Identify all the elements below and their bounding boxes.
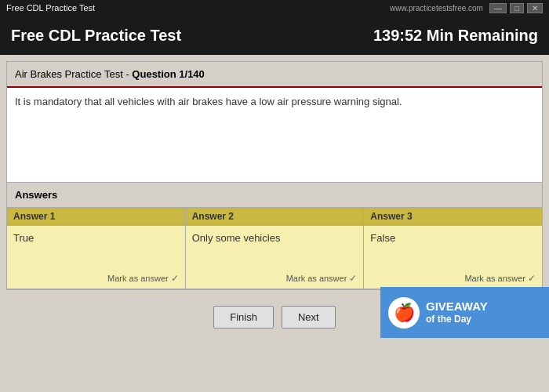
mark-label-1: Mark as answer [107,274,169,283]
question-text: It is mandatory that all vehicles with a… [7,88,542,182]
window-controls[interactable]: — □ ✕ [489,3,543,13]
title-bar: Free CDL Practice Test www.practicetests… [0,0,549,16]
giveaway-icon: 🍎 [388,297,420,328]
answer-label-1: Answer 1 [7,208,185,226]
checkmark-icon-2: ✓ [349,273,357,284]
answer-label-2: Answer 2 [186,208,364,226]
next-button[interactable]: Next [282,306,336,328]
timer-display: 139:52 Min Remaining [373,27,538,45]
answer-body-2[interactable]: Only some vehicles Mark as answer ✓ [186,226,364,289]
mark-as-answer-3[interactable]: Mark as answer ✓ [464,273,536,284]
mark-as-answer-2[interactable]: Mark as answer ✓ [286,273,358,284]
giveaway-line2: of the Day [426,314,488,326]
app-title: Free CDL Practice Test [11,27,181,45]
answer-body-1[interactable]: True Mark as answer ✓ [7,226,185,289]
answers-header: Answers [7,182,542,208]
mark-label-3: Mark as answer [464,274,525,283]
question-number: Question 1/140 [132,68,204,80]
app-header: Free CDL Practice Test 139:52 Min Remain… [0,16,549,55]
window-title: Free CDL Practice Test [6,3,95,13]
answer-col-1: Answer 1 True Mark as answer ✓ [7,208,186,289]
url-bar: www.practicetestsfree.com [390,4,483,13]
question-header: Air Brakes Practice Test - Question 1/14… [7,62,542,88]
giveaway-text: GIVEAWAY of the Day [426,299,488,326]
finish-button[interactable]: Finish [213,306,274,328]
restore-button[interactable]: □ [510,3,524,13]
giveaway-banner[interactable]: 🍎 GIVEAWAY of the Day [380,287,549,338]
answers-section: Answers Answer 1 True Mark as answer ✓ A… [7,182,542,289]
checkmark-icon-1: ✓ [171,273,179,284]
question-body: It is mandatory that all vehicles with a… [15,96,402,107]
minimize-button[interactable]: — [489,3,507,13]
answer-text-2: Only some vehicles [192,232,281,244]
checkmark-icon-3: ✓ [528,273,536,284]
bottom-area: Finish Next 🍎 GIVEAWAY of the Day [0,296,549,338]
answer-col-3: Answer 3 False Mark as answer ✓ [364,208,542,289]
answer-label-3: Answer 3 [364,208,542,226]
answer-col-2: Answer 2 Only some vehicles Mark as answ… [186,208,365,289]
mark-label-2: Mark as answer [286,274,347,283]
close-button[interactable]: ✕ [527,3,543,13]
answers-grid: Answer 1 True Mark as answer ✓ Answer 2 … [7,208,542,289]
main-content: Air Brakes Practice Test - Question 1/14… [6,61,543,290]
mark-as-answer-1[interactable]: Mark as answer ✓ [107,273,179,284]
section-label: Air Brakes Practice Test [15,68,123,80]
giveaway-line1: GIVEAWAY [426,299,488,314]
answer-body-3[interactable]: False Mark as answer ✓ [364,226,542,289]
answer-text-1: True [13,232,34,244]
answer-text-3: False [370,232,395,244]
